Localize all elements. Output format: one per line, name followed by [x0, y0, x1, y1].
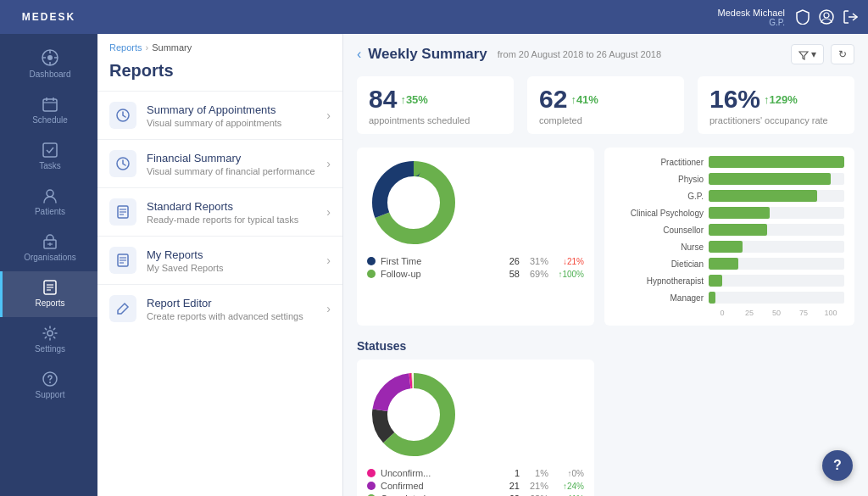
bar-fill [709, 241, 743, 253]
refresh-button[interactable]: ↻ [831, 44, 854, 64]
sidebar-item-organisations[interactable]: Organisations [0, 226, 97, 271]
bar-fill [709, 173, 831, 185]
arrow-icon: › [326, 302, 331, 315]
legend-confirmed: Confirmed 21 21% ↑24% [367, 481, 584, 491]
bar-row: Clinical Psychology [615, 207, 844, 219]
settings-icon [42, 326, 58, 341]
bar-chart: Practitioner Physio G.P. Clinical Psycho… [615, 156, 844, 304]
legend-change: ↑24% [554, 482, 584, 491]
legend-change: ↑0% [554, 469, 584, 478]
sidebar-label-tasks: Tasks [39, 161, 61, 171]
axis-0: 0 [709, 309, 736, 317]
legend-val: 1 [503, 468, 520, 478]
sidebar-item-support[interactable]: Support [0, 363, 97, 409]
legend-follow-up: Follow-up 58 69% ↑100% [367, 269, 584, 279]
sidebar-item-reports[interactable]: Reports [0, 271, 97, 317]
sidebar-item-tasks[interactable]: Tasks [0, 134, 97, 180]
bar-fill [709, 207, 770, 219]
main-area: Medesk Michael G.P. Reports › Summary Re… [97, 0, 868, 496]
sidebar-nav: Dashboard Schedule Tasks Patients Organi… [0, 34, 97, 496]
stat-change: ↑35% [400, 93, 428, 106]
report-editor-icon [109, 295, 136, 322]
menu-item-my-reports[interactable]: My Reports My Saved Reports › [97, 236, 342, 284]
left-panel: Reports › Summary Reports Summary of App… [97, 34, 343, 496]
sidebar-label-support: Support [35, 390, 64, 400]
menu-item-report-editor[interactable]: Report Editor Create reports with advanc… [97, 284, 342, 332]
sidebar-item-dashboard[interactable]: Dashboard [0, 41, 97, 88]
menu-item-text: Summary of Appointments Visual summary o… [147, 103, 316, 128]
statuses-donut-chart [367, 368, 460, 461]
menu-item-financial-summary[interactable]: Financial Summary Visual summary of fina… [97, 139, 342, 187]
help-icon: ? [833, 458, 842, 473]
dashboard-icon [42, 49, 58, 66]
statuses-row: Unconfirm... 1 1% ↑0% Confirmed 21 21% ↑… [357, 359, 854, 496]
shield-icon[interactable] [795, 9, 810, 25]
sidebar-item-patients[interactable]: Patients [0, 180, 97, 226]
stat-label: appointments scheduled [369, 115, 502, 125]
sidebar-item-schedule[interactable]: Schedule [0, 88, 97, 134]
menu-item-summary-appointments[interactable]: Summary of Appointments Visual summary o… [97, 91, 342, 139]
stat-label: completed [539, 115, 672, 125]
weekly-controls: ▾ ↻ [791, 44, 854, 64]
summary-appt-icon [109, 102, 136, 129]
bar-row: Nurse [615, 241, 844, 253]
sidebar: medesk Dashboard Schedule Tasks Patients [0, 0, 97, 496]
legend-label: Follow-up [381, 269, 498, 279]
stat-change: ↑129% [764, 93, 798, 106]
stat-number: 16% ↑129% [709, 85, 843, 114]
topbar-icons [795, 9, 858, 25]
arrow-icon: › [326, 254, 331, 267]
stat-appointments: 84 ↑35% appointments scheduled [357, 76, 514, 134]
my-reports-icon [109, 247, 136, 274]
bar-fill [709, 275, 722, 287]
patients-icon [42, 188, 58, 203]
bar-track [709, 258, 844, 270]
bar-fill [709, 224, 767, 236]
arrow-icon: › [326, 205, 331, 219]
legend-dot [367, 482, 376, 490]
legend-change: ↓21% [554, 257, 584, 266]
arrow-icon: › [326, 157, 331, 170]
statuses-legend: Unconfirm... 1 1% ↑0% Confirmed 21 21% ↑… [367, 468, 584, 496]
legend-unconfirmed: Unconfirm... 1 1% ↑0% [367, 468, 584, 478]
standard-reports-icon [109, 198, 136, 226]
bar-label: Counsellor [615, 226, 704, 235]
prev-week-arrow[interactable]: ‹ [357, 47, 361, 62]
exit-icon[interactable] [843, 9, 858, 25]
content-area: Reports › Summary Reports Summary of App… [97, 34, 868, 496]
help-button[interactable]: ? [822, 450, 853, 481]
appointments-legend: First Time 26 31% ↓21% Follow-up 58 69% … [367, 256, 584, 279]
bar-row: Counsellor [615, 224, 844, 236]
stat-number: 62 ↑41% [539, 85, 672, 114]
organisations-icon [42, 234, 58, 249]
bar-label: Clinical Psychology [615, 209, 704, 218]
bar-fill [709, 258, 738, 270]
filter-button[interactable]: ▾ [791, 44, 824, 64]
stat-completed: 62 ↑41% completed [527, 76, 684, 134]
svg-point-21 [49, 382, 51, 383]
breadcrumb-parent[interactable]: Reports [109, 42, 142, 53]
menu-item-standard-reports[interactable]: Standard Reports Ready-made reports for … [97, 187, 342, 236]
stat-change: ↑41% [570, 93, 598, 106]
user-name: Medesk Michael [718, 8, 785, 18]
stat-value: 16% [709, 85, 760, 114]
legend-pct: 31% [525, 256, 548, 266]
legend-val: 58 [503, 269, 520, 279]
menu-item-sub: Visual summary of financial performance [147, 166, 316, 176]
bar-label: Physio [615, 175, 704, 184]
bar-label: Nurse [615, 242, 704, 252]
axis-100: 100 [817, 309, 844, 317]
svg-point-19 [47, 331, 53, 336]
legend-dot [367, 469, 376, 477]
user-circle-icon[interactable] [819, 9, 834, 25]
sidebar-label-reports: Reports [35, 298, 64, 309]
sidebar-label-organisations: Organisations [24, 253, 76, 263]
topbar-user: Medesk Michael G.P. [718, 8, 785, 27]
stat-label: practitioners' occupancy rate [709, 115, 843, 125]
user-role: G.P. [718, 18, 785, 27]
axis-25: 25 [736, 309, 763, 317]
weekly-title: Weekly Summary [368, 46, 487, 63]
sidebar-item-settings[interactable]: Settings [0, 317, 97, 363]
legend-label: First Time [381, 256, 498, 266]
menu-item-text: Standard Reports Ready-made reports for … [147, 200, 316, 225]
